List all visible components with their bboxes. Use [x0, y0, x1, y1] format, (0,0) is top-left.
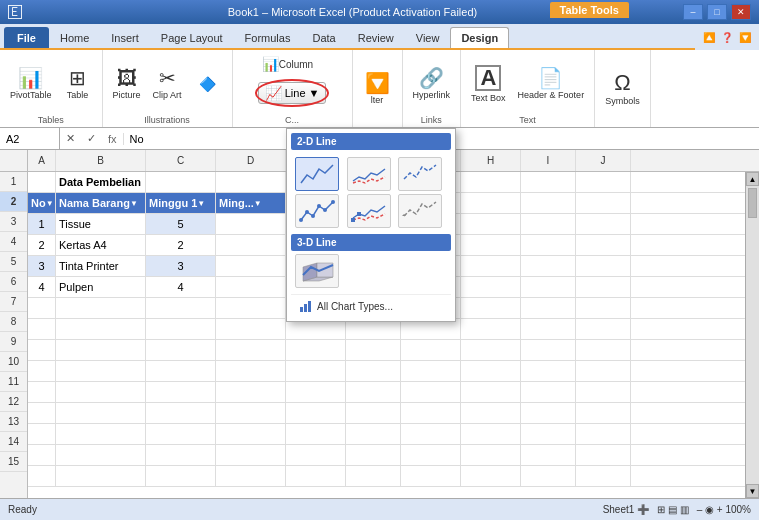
row-num-6[interactable]: 6 [0, 272, 27, 292]
cell-b2[interactable]: Nama Barang ▼ [56, 193, 146, 213]
cell-h7[interactable] [461, 298, 521, 318]
window-controls[interactable]: – □ ✕ [683, 4, 751, 20]
cell-d3[interactable] [216, 214, 286, 234]
cell-d1[interactable] [216, 172, 286, 192]
table-button[interactable]: ⊞ Table [60, 66, 96, 102]
cell-c6[interactable]: 4 [146, 277, 216, 297]
minimize-ribbon-icon[interactable]: 🔽 [739, 32, 751, 43]
clip-art-button[interactable]: ✂ Clip Art [149, 66, 186, 102]
cell-j2[interactable] [576, 193, 631, 213]
line-chart-type-2[interactable] [347, 157, 391, 191]
scroll-thumb[interactable] [748, 188, 757, 218]
col-header-h[interactable]: H [461, 150, 521, 171]
cell-h4[interactable] [461, 235, 521, 255]
cell-reference[interactable]: A2 [0, 128, 60, 149]
cell-i6[interactable] [521, 277, 576, 297]
line-chart-button[interactable]: 📈 Line ▼ [258, 82, 327, 104]
all-chart-types-button[interactable]: All Chart Types... [291, 294, 451, 317]
row-num-10[interactable]: 10 [0, 352, 27, 372]
cell-i2[interactable] [521, 193, 576, 213]
cell-b3[interactable]: Tissue [56, 214, 146, 234]
close-button[interactable]: ✕ [731, 4, 751, 20]
cell-d4[interactable] [216, 235, 286, 255]
view-controls[interactable]: ⊞ ▤ ▥ [657, 504, 689, 515]
tab-review[interactable]: Review [347, 27, 405, 48]
cell-d5[interactable] [216, 256, 286, 276]
cell-h5[interactable] [461, 256, 521, 276]
tab-file[interactable]: File [4, 27, 49, 48]
maximize-button[interactable]: □ [707, 4, 727, 20]
cell-j3[interactable] [576, 214, 631, 234]
scroll-up-button[interactable]: ▲ [746, 172, 759, 186]
line-chart-type-4[interactable] [295, 194, 339, 228]
col-header-i[interactable]: I [521, 150, 576, 171]
row-num-7[interactable]: 7 [0, 292, 27, 312]
row-num-14[interactable]: 14 [0, 432, 27, 452]
row-num-8[interactable]: 8 [0, 312, 27, 332]
line-chart-type-6[interactable] [398, 194, 442, 228]
cell-j4[interactable] [576, 235, 631, 255]
sheet-tabs[interactable]: Sheet1 ➕ [603, 504, 649, 515]
help-icon[interactable]: 🔼 [703, 32, 715, 43]
cell-i7[interactable] [521, 298, 576, 318]
cell-a1[interactable] [28, 172, 56, 192]
tab-design[interactable]: Design [450, 27, 509, 48]
cell-h2[interactable] [461, 193, 521, 213]
tab-formulas[interactable]: Formulas [234, 27, 302, 48]
line-chart-3d-type-1[interactable] [295, 254, 339, 288]
symbols-button[interactable]: Ω Symbols [601, 70, 644, 108]
cell-b6[interactable]: Pulpen [56, 277, 146, 297]
cell-j5[interactable] [576, 256, 631, 276]
tab-data[interactable]: Data [301, 27, 346, 48]
cell-d6[interactable] [216, 277, 286, 297]
column-chart-button[interactable]: 📊 Column [258, 54, 317, 74]
cell-a6[interactable]: 4 [28, 277, 56, 297]
cell-j1[interactable] [576, 172, 631, 192]
col-header-b[interactable]: B [56, 150, 146, 171]
row-num-3[interactable]: 3 [0, 212, 27, 232]
row-num-5[interactable]: 5 [0, 252, 27, 272]
cell-i5[interactable] [521, 256, 576, 276]
row-num-2[interactable]: 2 [0, 192, 27, 212]
formula-expand-button[interactable]: ✕ [60, 132, 81, 145]
hyperlink-button[interactable]: 🔗 Hyperlink [409, 66, 455, 102]
cell-b4[interactable]: Kertas A4 [56, 235, 146, 255]
picture-button[interactable]: 🖼 Picture [109, 66, 145, 102]
scroll-track[interactable] [746, 186, 759, 484]
row-num-11[interactable]: 11 [0, 372, 27, 392]
line-chart-type-5[interactable] [347, 194, 391, 228]
zoom-control[interactable]: – ◉ + 100% [697, 504, 751, 515]
cell-h6[interactable] [461, 277, 521, 297]
cell-i1[interactable] [521, 172, 576, 192]
cell-a5[interactable]: 3 [28, 256, 56, 276]
pivot-table-button[interactable]: 📊 PivotTable [6, 66, 56, 102]
cell-b5[interactable]: Tinta Printer [56, 256, 146, 276]
row-num-13[interactable]: 13 [0, 412, 27, 432]
text-box-button[interactable]: A Text Box [467, 63, 510, 105]
row-num-4[interactable]: 4 [0, 232, 27, 252]
scroll-down-button[interactable]: ▼ [746, 484, 759, 498]
tab-insert[interactable]: Insert [100, 27, 150, 48]
tab-page-layout[interactable]: Page Layout [150, 27, 234, 48]
filter-button[interactable]: 🔽 lter [359, 71, 395, 107]
cell-j7[interactable] [576, 298, 631, 318]
cell-d2[interactable]: Ming... ▼ [216, 193, 286, 213]
cell-c1[interactable] [146, 172, 216, 192]
col-header-c[interactable]: C [146, 150, 216, 171]
cell-c4[interactable]: 2 [146, 235, 216, 255]
col-header-j[interactable]: J [576, 150, 631, 171]
cell-c2[interactable]: Minggu 1 ▼ [146, 193, 216, 213]
cell-j6[interactable] [576, 277, 631, 297]
cell-a2[interactable]: No ▼ [28, 193, 56, 213]
row-num-1[interactable]: 1 [0, 172, 27, 192]
cell-c7[interactable] [146, 298, 216, 318]
cell-c3[interactable]: 5 [146, 214, 216, 234]
cell-d7[interactable] [216, 298, 286, 318]
cell-i3[interactable] [521, 214, 576, 234]
cell-b1[interactable]: Data Pembelian [56, 172, 146, 192]
minimize-button[interactable]: – [683, 4, 703, 20]
cell-a3[interactable]: 1 [28, 214, 56, 234]
cell-c5[interactable]: 3 [146, 256, 216, 276]
row-num-15[interactable]: 15 [0, 452, 27, 472]
tab-home[interactable]: Home [49, 27, 100, 48]
